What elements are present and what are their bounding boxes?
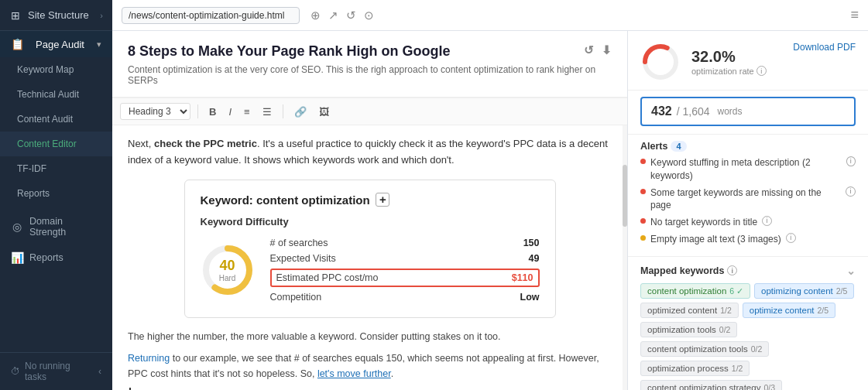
content-lower-1: The higher the number, the more valuable… bbox=[128, 329, 612, 344]
mapped-collapse-icon[interactable]: ⌄ bbox=[846, 265, 856, 277]
sidebar: ⊞ Site Structure › 📋 Page Audit ▾ Keywor… bbox=[0, 0, 112, 390]
scrollbar-track bbox=[623, 125, 627, 390]
score-info-icon[interactable]: i bbox=[756, 66, 767, 76]
editor-toolbar: Heading 3 Heading 1 Heading 2 Paragraph … bbox=[112, 98, 627, 125]
sidebar-item-content-audit[interactable]: Content Audit bbox=[0, 107, 112, 132]
keyword-name: content optimization bbox=[256, 193, 370, 206]
score-label: optimization rate i bbox=[691, 66, 782, 76]
stat-competition: Competition Low bbox=[270, 289, 540, 305]
domain-strength-icon: ◎ bbox=[11, 221, 23, 233]
words-label: words bbox=[718, 106, 743, 117]
refresh-title-icon[interactable]: ↺ bbox=[584, 43, 594, 57]
score-percentage: 32.0% bbox=[691, 48, 782, 66]
sidebar-site-structure[interactable]: ⊞ Site Structure › bbox=[0, 0, 112, 31]
toolbar-separator-1 bbox=[197, 104, 198, 118]
alert-item-1: Keyword stuffing in meta description (2 … bbox=[640, 156, 856, 183]
share-icon[interactable]: ↗ bbox=[328, 9, 338, 22]
alert4-info-icon[interactable]: i bbox=[786, 233, 796, 243]
editor-body[interactable]: Next, check the PPC metric. It's a usefu… bbox=[112, 125, 627, 390]
keyword-tag[interactable]: optimizing content 2/5 bbox=[754, 283, 854, 299]
refresh-icon[interactable]: ↺ bbox=[346, 9, 356, 22]
sidebar-collapse-icon[interactable]: ‹ bbox=[98, 366, 101, 377]
editor-subtitle: Content optimization is at the very core… bbox=[128, 64, 612, 86]
site-structure-icon: ⊞ bbox=[9, 9, 22, 22]
sidebar-item-domain-strength[interactable]: ◎ Domain Strength bbox=[0, 209, 112, 245]
download-title-icon[interactable]: ⬇ bbox=[602, 43, 612, 57]
alerts-section: Alerts 4 Keyword stuffing in meta descri… bbox=[628, 135, 868, 257]
words-section: 432 / 1,604 words bbox=[628, 91, 868, 135]
alert-item-2: Some target keywords are missing on the … bbox=[640, 186, 856, 213]
words-total: / 1,604 bbox=[677, 105, 710, 118]
score-info: 32.0% optimization rate i bbox=[691, 48, 782, 76]
alert-item-3: No target keywords in title i bbox=[640, 216, 856, 229]
topbar-menu-icon[interactable]: ≡ bbox=[850, 7, 859, 23]
tag-count: 1/2 bbox=[720, 306, 732, 315]
add-page-icon[interactable]: ⊕ bbox=[310, 9, 321, 22]
history-icon[interactable]: ⊙ bbox=[364, 9, 374, 22]
keyword-tag[interactable]: content optimization 6 ✓ bbox=[640, 283, 750, 299]
mapped-section: Mapped keywords i ⌄ content optimization… bbox=[628, 257, 868, 390]
sidebar-item-tf-idf[interactable]: TF-IDF bbox=[0, 156, 112, 181]
alert2-info-icon[interactable]: i bbox=[846, 186, 856, 197]
heading-select[interactable]: Heading 3 Heading 1 Heading 2 Paragraph bbox=[120, 103, 190, 120]
image-button[interactable]: 🖼 bbox=[315, 104, 333, 120]
sidebar-item-reports2[interactable]: 📊 Reports bbox=[0, 245, 112, 271]
score-section: 32.0% optimization rate i Download PDF bbox=[628, 31, 868, 91]
scrollbar-thumb[interactable] bbox=[623, 165, 627, 227]
stat-searches: # of searches 150 bbox=[270, 235, 540, 251]
ordered-list-button[interactable]: ≡ bbox=[240, 104, 254, 120]
url-input[interactable] bbox=[122, 7, 300, 24]
sidebar-item-content-editor[interactable]: Content Editor bbox=[0, 132, 112, 156]
sidebar-item-keyword-map[interactable]: Keyword Map bbox=[0, 57, 112, 82]
alert-dot-4 bbox=[640, 235, 646, 241]
score-circle bbox=[640, 42, 681, 82]
keyword-tag[interactable]: optimized content 1/2 bbox=[640, 303, 739, 318]
difficulty-title: Keyword Difficulty bbox=[201, 216, 540, 228]
page-audit-icon: 📋 bbox=[11, 38, 23, 50]
mapped-info-icon[interactable]: i bbox=[727, 265, 737, 275]
alert1-info-icon[interactable]: i bbox=[846, 156, 856, 166]
keyword-tag[interactable]: optimization tools 0/2 bbox=[640, 322, 737, 337]
sidebar-item-technical-audit[interactable]: Technical Audit bbox=[0, 82, 112, 107]
editor-header: 8 Steps to Make Your Page Rank High on G… bbox=[112, 31, 627, 98]
difficulty-circle: 40 Hard bbox=[201, 243, 255, 297]
alert3-info-icon[interactable]: i bbox=[762, 216, 772, 226]
difficulty-word: Hard bbox=[219, 274, 236, 282]
editor-title-actions: ↺ ⬇ bbox=[584, 43, 612, 57]
keyword-stats: # of searches 150 Expected Visits 49 Est… bbox=[270, 235, 540, 305]
bold-button[interactable]: B bbox=[205, 104, 220, 120]
toolbar-separator-2 bbox=[283, 104, 283, 118]
keyword-tag[interactable]: optimization process 1/2 bbox=[640, 361, 750, 376]
mapped-header: Mapped keywords i ⌄ bbox=[640, 265, 856, 277]
sidebar-item-reports[interactable]: Reports bbox=[0, 181, 112, 206]
stat-ppc: Estimated PPC cost/mo $110 bbox=[270, 269, 540, 287]
tag-count: 6 ✓ bbox=[729, 286, 743, 296]
alert-dot-1 bbox=[640, 159, 646, 164]
page-title: 8 Steps to Make Your Page Rank High on G… bbox=[128, 43, 584, 60]
italic-button[interactable]: I bbox=[225, 104, 235, 120]
stat-visits: Expected Visits 49 bbox=[270, 251, 540, 266]
keyword-tag[interactable]: content optimization strategy 0/3 bbox=[640, 380, 782, 390]
keyword-card: Keyword: content optimization + Keyword … bbox=[184, 180, 556, 318]
keyword-add-icon[interactable]: + bbox=[376, 193, 389, 207]
chevron-right-icon: › bbox=[100, 11, 103, 20]
topbar: ⊕ ↗ ↺ ⊙ ≡ bbox=[112, 0, 868, 31]
reports-icon: 📊 bbox=[11, 251, 23, 264]
keyword-tag[interactable]: optimize content 2/5 bbox=[743, 303, 835, 318]
content-lower-2: Returning to our example, we see that # … bbox=[128, 351, 612, 381]
keyword-label: Keyword: content optimization + bbox=[201, 193, 540, 207]
words-box: 432 / 1,604 words bbox=[640, 97, 856, 126]
difficulty-number: 40 bbox=[219, 258, 236, 274]
right-panel: 32.0% optimization rate i Download PDF 4… bbox=[628, 31, 868, 390]
keyword-tag[interactable]: content optimization tools 0/2 bbox=[640, 341, 769, 357]
alerts-count-badge: 4 bbox=[671, 141, 686, 152]
tasks-icon: ⏱ bbox=[11, 366, 20, 377]
sidebar-item-page-audit[interactable]: 📋 Page Audit ▾ bbox=[0, 31, 112, 57]
unordered-list-button[interactable]: ☰ bbox=[259, 104, 276, 120]
tag-count: 2/5 bbox=[818, 306, 829, 315]
link-button[interactable]: 🔗 bbox=[290, 104, 310, 120]
cursor-area[interactable] bbox=[128, 388, 612, 390]
keyword-tags: content optimization 6 ✓optimizing conte… bbox=[640, 283, 856, 390]
alert-item-4: Empty image alt text (3 images) i bbox=[640, 233, 856, 246]
download-pdf-link[interactable]: Download PDF bbox=[793, 42, 856, 53]
